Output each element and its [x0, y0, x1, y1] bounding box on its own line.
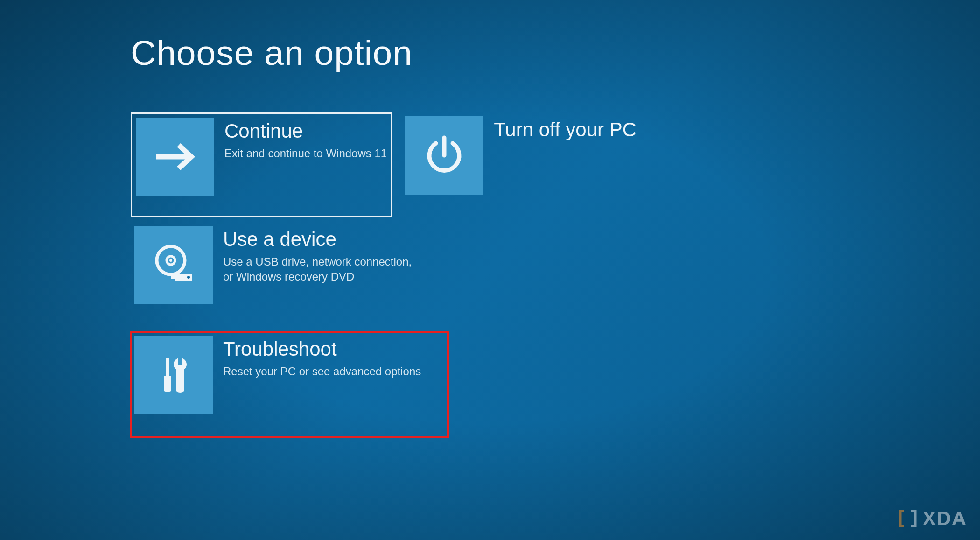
troubleshoot-option[interactable]: Troubleshoot Reset your PC or see advanc…	[131, 332, 448, 437]
arrow-right-icon	[152, 133, 198, 180]
continue-text: Continue Exit and continue to Windows 11	[224, 118, 387, 161]
continue-desc: Exit and continue to Windows 11	[224, 146, 387, 161]
continue-icon-box	[136, 118, 214, 196]
turnoff-title: Turn off your PC	[494, 119, 637, 141]
troubleshoot-title: Troubleshoot	[223, 338, 421, 360]
continue-title: Continue	[224, 120, 387, 142]
watermark-text: XDA	[923, 507, 967, 530]
troubleshoot-text: Troubleshoot Reset your PC or see advanc…	[223, 336, 421, 379]
svg-point-2	[169, 259, 172, 262]
page-title: Choose an option	[131, 33, 980, 73]
svg-point-5	[187, 276, 190, 279]
usedevice-text: Use a device Use a USB drive, network co…	[223, 226, 424, 285]
recovery-environment-screen: Choose an option Continue Exit and conti…	[0, 0, 980, 437]
svg-rect-8	[178, 358, 182, 365]
usedevice-option[interactable]: Use a device Use a USB drive, network co…	[131, 222, 448, 327]
usedevice-desc: Use a USB drive, network connection, or …	[223, 254, 424, 285]
watermark: XDA	[897, 507, 967, 530]
bracket-icon	[897, 508, 918, 529]
svg-rect-7	[164, 376, 171, 392]
troubleshoot-icon-box	[134, 336, 213, 414]
options-row-1: Continue Exit and continue to Windows 11…	[131, 112, 980, 217]
disc-usb-icon	[150, 242, 197, 288]
tools-icon	[150, 351, 197, 398]
power-icon	[421, 132, 468, 179]
svg-rect-4	[171, 275, 175, 279]
turnoff-option[interactable]: Turn off your PC	[401, 112, 640, 217]
usedevice-title: Use a device	[223, 228, 424, 251]
continue-option[interactable]: Continue Exit and continue to Windows 11	[131, 112, 392, 217]
svg-rect-6	[166, 358, 169, 376]
troubleshoot-desc: Reset your PC or see advanced options	[223, 364, 421, 379]
turnoff-text: Turn off your PC	[494, 116, 637, 145]
usedevice-icon-box	[134, 226, 213, 304]
turnoff-icon-box	[405, 116, 483, 195]
